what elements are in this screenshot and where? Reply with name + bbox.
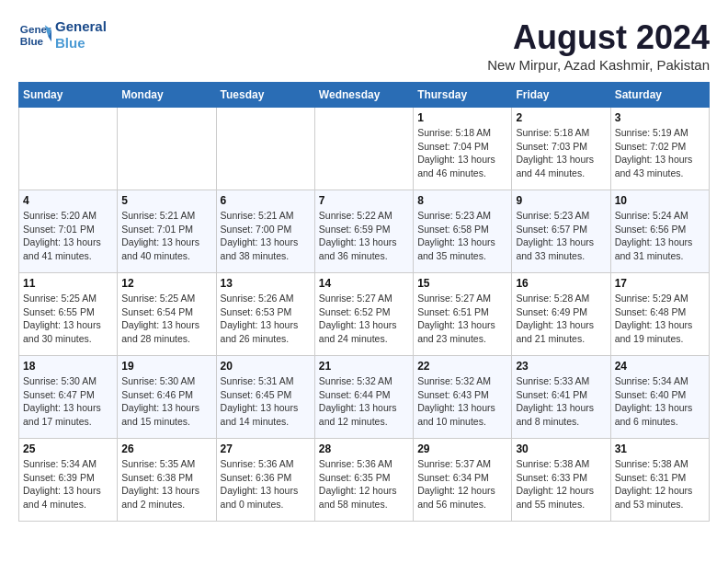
- day-number: 22: [417, 360, 507, 373]
- calendar-week-row: 25Sunrise: 5:34 AM Sunset: 6:39 PM Dayli…: [19, 439, 710, 522]
- calendar-cell: 17Sunrise: 5:29 AM Sunset: 6:48 PM Dayli…: [610, 273, 709, 356]
- column-header-wednesday: Wednesday: [314, 83, 413, 108]
- day-detail: Sunrise: 5:28 AM Sunset: 6:49 PM Dayligh…: [516, 292, 606, 346]
- calendar-cell: 14Sunrise: 5:27 AM Sunset: 6:52 PM Dayli…: [314, 273, 413, 356]
- day-number: 17: [615, 277, 705, 290]
- calendar-cell: 13Sunrise: 5:26 AM Sunset: 6:53 PM Dayli…: [216, 273, 314, 356]
- day-number: 12: [121, 277, 211, 290]
- day-number: 24: [615, 360, 705, 373]
- calendar-cell: 25Sunrise: 5:34 AM Sunset: 6:39 PM Dayli…: [19, 439, 118, 522]
- day-number: 15: [417, 277, 507, 290]
- calendar-week-row: 11Sunrise: 5:25 AM Sunset: 6:55 PM Dayli…: [19, 273, 710, 356]
- calendar-cell: 10Sunrise: 5:24 AM Sunset: 6:56 PM Dayli…: [610, 190, 709, 273]
- calendar-week-row: 1Sunrise: 5:18 AM Sunset: 7:04 PM Daylig…: [19, 108, 710, 190]
- calendar: SundayMondayTuesdayWednesdayThursdayFrid…: [18, 82, 710, 522]
- day-detail: Sunrise: 5:34 AM Sunset: 6:39 PM Dayligh…: [23, 457, 113, 511]
- day-number: 4: [23, 194, 113, 207]
- page-header: General Blue General Blue August 2024 Ne…: [18, 18, 710, 73]
- calendar-cell: 22Sunrise: 5:32 AM Sunset: 6:43 PM Dayli…: [414, 356, 512, 439]
- day-detail: Sunrise: 5:22 AM Sunset: 6:59 PM Dayligh…: [319, 209, 409, 263]
- calendar-cell: [118, 108, 216, 190]
- day-number: 21: [319, 360, 409, 373]
- day-number: 3: [615, 111, 705, 124]
- column-header-sunday: Sunday: [19, 83, 118, 108]
- calendar-week-row: 18Sunrise: 5:30 AM Sunset: 6:47 PM Dayli…: [19, 356, 710, 439]
- calendar-cell: 16Sunrise: 5:28 AM Sunset: 6:49 PM Dayli…: [512, 273, 610, 356]
- day-number: 30: [516, 442, 606, 455]
- day-detail: Sunrise: 5:30 AM Sunset: 6:46 PM Dayligh…: [121, 374, 211, 429]
- day-number: 8: [417, 194, 507, 207]
- calendar-cell: 5Sunrise: 5:21 AM Sunset: 7:01 PM Daylig…: [118, 190, 216, 273]
- day-detail: Sunrise: 5:36 AM Sunset: 6:36 PM Dayligh…: [221, 457, 311, 511]
- day-number: 13: [221, 277, 311, 290]
- day-number: 10: [615, 194, 705, 207]
- day-detail: Sunrise: 5:31 AM Sunset: 6:45 PM Dayligh…: [221, 374, 311, 429]
- day-detail: Sunrise: 5:25 AM Sunset: 6:55 PM Dayligh…: [23, 292, 113, 346]
- calendar-cell: 30Sunrise: 5:38 AM Sunset: 6:33 PM Dayli…: [512, 439, 610, 522]
- location: New Mirpur, Azad Kashmir, Pakistan: [487, 57, 710, 73]
- day-detail: Sunrise: 5:19 AM Sunset: 7:02 PM Dayligh…: [615, 126, 705, 180]
- column-header-saturday: Saturday: [610, 83, 709, 108]
- day-number: 9: [516, 194, 606, 207]
- calendar-cell: 3Sunrise: 5:19 AM Sunset: 7:02 PM Daylig…: [610, 108, 709, 190]
- day-number: 25: [23, 442, 113, 455]
- day-detail: Sunrise: 5:20 AM Sunset: 7:01 PM Dayligh…: [23, 209, 113, 263]
- day-detail: Sunrise: 5:26 AM Sunset: 6:53 PM Dayligh…: [221, 292, 311, 346]
- calendar-cell: 2Sunrise: 5:18 AM Sunset: 7:03 PM Daylig…: [512, 108, 610, 190]
- calendar-cell: 4Sunrise: 5:20 AM Sunset: 7:01 PM Daylig…: [19, 190, 118, 273]
- day-detail: Sunrise: 5:33 AM Sunset: 6:41 PM Dayligh…: [516, 374, 606, 429]
- day-detail: Sunrise: 5:21 AM Sunset: 7:00 PM Dayligh…: [221, 209, 311, 263]
- day-number: 5: [121, 194, 211, 207]
- calendar-cell: 6Sunrise: 5:21 AM Sunset: 7:00 PM Daylig…: [216, 190, 314, 273]
- calendar-cell: 31Sunrise: 5:38 AM Sunset: 6:31 PM Dayli…: [610, 439, 709, 522]
- calendar-cell: 21Sunrise: 5:32 AM Sunset: 6:44 PM Dayli…: [314, 356, 413, 439]
- day-number: 11: [23, 277, 113, 290]
- column-header-friday: Friday: [512, 83, 610, 108]
- logo-line1: General: [55, 18, 107, 35]
- day-number: 27: [221, 442, 311, 455]
- day-detail: Sunrise: 5:32 AM Sunset: 6:44 PM Dayligh…: [319, 374, 409, 429]
- day-detail: Sunrise: 5:37 AM Sunset: 6:34 PM Dayligh…: [417, 457, 507, 511]
- day-detail: Sunrise: 5:18 AM Sunset: 7:03 PM Dayligh…: [516, 126, 606, 180]
- calendar-cell: 20Sunrise: 5:31 AM Sunset: 6:45 PM Dayli…: [216, 356, 314, 439]
- day-detail: Sunrise: 5:23 AM Sunset: 6:57 PM Dayligh…: [516, 209, 606, 263]
- day-number: 18: [23, 360, 113, 373]
- column-header-tuesday: Tuesday: [216, 83, 314, 108]
- calendar-cell: [19, 108, 118, 190]
- day-number: 23: [516, 360, 606, 373]
- calendar-cell: 18Sunrise: 5:30 AM Sunset: 6:47 PM Dayli…: [19, 356, 118, 439]
- calendar-cell: [314, 108, 413, 190]
- column-header-monday: Monday: [118, 83, 216, 108]
- day-number: 31: [615, 442, 705, 455]
- day-detail: Sunrise: 5:38 AM Sunset: 6:31 PM Dayligh…: [615, 457, 705, 511]
- day-number: 14: [319, 277, 409, 290]
- calendar-cell: [216, 108, 314, 190]
- day-number: 2: [516, 111, 606, 124]
- day-detail: Sunrise: 5:21 AM Sunset: 7:01 PM Dayligh…: [121, 209, 211, 263]
- day-detail: Sunrise: 5:18 AM Sunset: 7:04 PM Dayligh…: [417, 126, 507, 180]
- day-detail: Sunrise: 5:30 AM Sunset: 6:47 PM Dayligh…: [23, 374, 113, 429]
- calendar-cell: 29Sunrise: 5:37 AM Sunset: 6:34 PM Dayli…: [414, 439, 512, 522]
- calendar-cell: 7Sunrise: 5:22 AM Sunset: 6:59 PM Daylig…: [314, 190, 413, 273]
- title-block: August 2024 New Mirpur, Azad Kashmir, Pa…: [487, 18, 710, 73]
- logo-line2: Blue: [55, 35, 107, 52]
- calendar-cell: 1Sunrise: 5:18 AM Sunset: 7:04 PM Daylig…: [414, 108, 512, 190]
- calendar-cell: 26Sunrise: 5:35 AM Sunset: 6:38 PM Dayli…: [118, 439, 216, 522]
- calendar-header-row: SundayMondayTuesdayWednesdayThursdayFrid…: [19, 83, 710, 108]
- day-number: 7: [319, 194, 409, 207]
- day-number: 20: [221, 360, 311, 373]
- day-detail: Sunrise: 5:27 AM Sunset: 6:52 PM Dayligh…: [319, 292, 409, 346]
- day-number: 16: [516, 277, 606, 290]
- day-detail: Sunrise: 5:35 AM Sunset: 6:38 PM Dayligh…: [121, 457, 211, 511]
- day-number: 1: [417, 111, 507, 124]
- logo-icon: General Blue: [18, 18, 51, 52]
- calendar-cell: 9Sunrise: 5:23 AM Sunset: 6:57 PM Daylig…: [512, 190, 610, 273]
- day-detail: Sunrise: 5:34 AM Sunset: 6:40 PM Dayligh…: [615, 374, 705, 429]
- column-header-thursday: Thursday: [414, 83, 512, 108]
- day-detail: Sunrise: 5:23 AM Sunset: 6:58 PM Dayligh…: [417, 209, 507, 263]
- calendar-cell: 8Sunrise: 5:23 AM Sunset: 6:58 PM Daylig…: [414, 190, 512, 273]
- calendar-cell: 23Sunrise: 5:33 AM Sunset: 6:41 PM Dayli…: [512, 356, 610, 439]
- calendar-cell: 11Sunrise: 5:25 AM Sunset: 6:55 PM Dayli…: [19, 273, 118, 356]
- month-year: August 2024: [487, 18, 710, 57]
- day-number: 26: [121, 442, 211, 455]
